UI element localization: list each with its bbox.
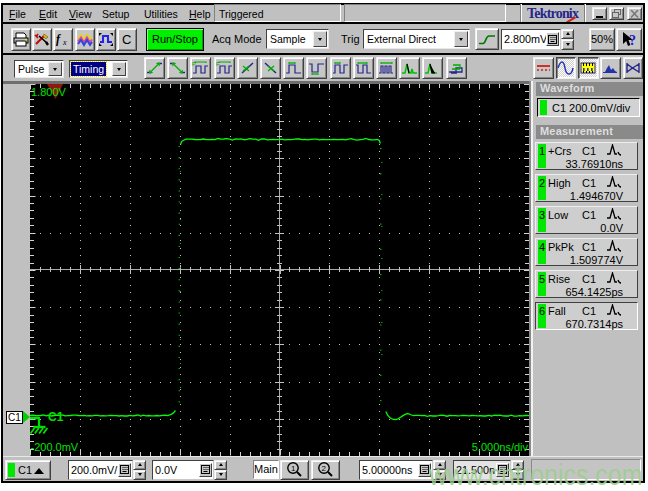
svg-text:F: F bbox=[216, 61, 220, 67]
svg-text:C: C bbox=[122, 32, 131, 47]
svg-text:f: f bbox=[56, 32, 61, 46]
svg-text:P: P bbox=[192, 61, 196, 67]
svg-text:-200.0mV: -200.0mV bbox=[31, 441, 79, 453]
svg-text:5.000ns/div: 5.000ns/div bbox=[472, 441, 529, 453]
svg-text:?: ? bbox=[629, 33, 636, 48]
svg-text:C1: C1 bbox=[48, 410, 64, 424]
svg-text:1: 1 bbox=[291, 464, 296, 473]
svg-text:2: 2 bbox=[321, 464, 326, 473]
svg-text:1.800V: 1.800V bbox=[31, 86, 67, 98]
svg-text:x: x bbox=[62, 38, 67, 47]
